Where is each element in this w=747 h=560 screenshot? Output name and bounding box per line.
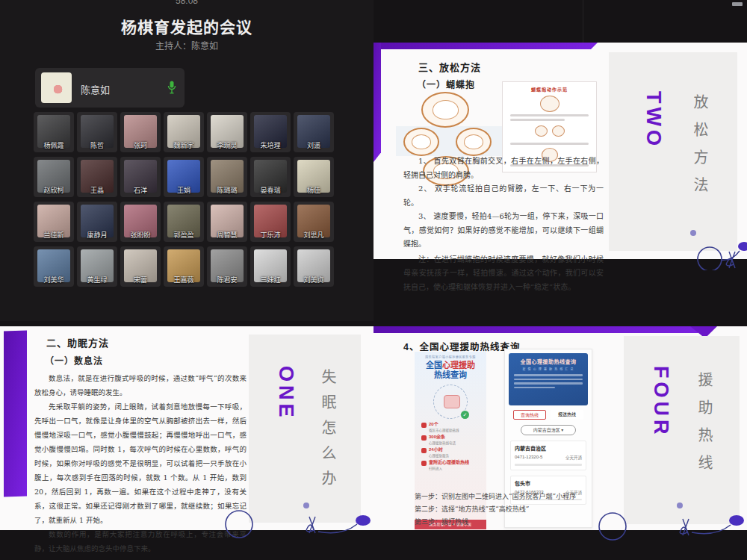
participant-tile[interactable]: 周智慧 [207,202,247,242]
hotline-step: 第一步：识别左图中二维码进入“国务院客户端”小程序 [415,491,639,503]
participant-tile[interactable]: 张珂 [120,112,161,152]
relax-side-panel: TWO 放松方法 [609,52,737,251]
poster-title: 全国心理援助 热线查询 [415,361,486,380]
participant-name: 石洋 [120,185,161,195]
participant-tile[interactable]: 魏新宇 [164,112,204,152]
relax-tab-cn: 放松方法 [689,94,711,205]
participant-tile[interactable]: 三妹红 [250,246,291,287]
butterfly-figure-icon [421,92,469,128]
sleep-subheading: （一）数息法 [45,354,103,367]
participant-name: 兰佳新 [34,230,74,240]
mic-on-icon [167,81,176,94]
participant-name: 张珂 [120,140,161,150]
sleep-paragraph: 数数的作用，是帮大家把注意力放在呼吸上，专注会带来平静，让大脑从焦虑的念头中停息… [34,527,247,556]
app-card-header-text [514,374,583,388]
relax-tab-en: TWO [642,91,665,149]
participant-name: 陈哲 [77,140,117,150]
participant-tile[interactable]: 杨佩霞 [34,112,74,152]
sleep-side-panel: ONE 失眠怎么办 [249,335,361,523]
participant-name: 周智慧 [207,230,247,240]
participant-name: 杨佩霞 [34,140,74,150]
slide-sleep: 二、助眠方法 （一）数息法 数息法，就是在进行腹式呼吸的时候，通过数“呼气”的次… [0,326,374,530]
participant-name: 魏新宇 [164,140,204,150]
participant-name: 丁乐沛 [250,230,291,240]
purple-ribbon-left [374,43,381,162]
figure-icon [535,125,548,137]
participant-tile[interactable]: 晏春瑞 [250,157,291,197]
participant-name: 陈君安 [207,275,247,284]
relax-step: 2、 双手轮流轻拍自己的臂膀，左一下、右一下为一轮。 [403,182,604,210]
purple-ribbon-top [374,326,711,333]
participant-name: 朱培理 [250,140,291,150]
host-card[interactable]: 陈意如 [35,68,185,108]
participant-tile[interactable]: 陈君安 [207,246,247,287]
participant-name: 刘美贞 [294,275,334,284]
poster-stat-row: 300余条 心理援助热线电话 [421,435,486,445]
participant-tile[interactable]: 郭盈盈 [164,202,204,242]
sleep-paragraph: 先采取平躺的姿势，闭上眼睛，试着刻意地放慢每一下呼吸，先呼出一口气，就像是让身体… [34,399,247,527]
participant-tile[interactable]: 陈璐璐 [207,157,247,197]
participant-tile[interactable]: 丁乐沛 [250,202,291,242]
host-name: 陈意如 [81,82,110,96]
hotline-tab-cn: 援助热线 [694,372,716,482]
participant-tile[interactable]: 王晶 [77,157,117,197]
participant-name: 郭盈盈 [164,230,204,240]
relax-note: 注：在进行蝴蝶抱的时候速度要慢，就好像我们小时候母亲安抚孩子一样，轻拍慢速。通过… [403,253,604,295]
hotline-button[interactable]: 报送热线 [551,410,583,420]
sleep-body-text: 数息法，就是在进行腹式呼吸的时候，通过数“呼气”的次数来放松身心，诱导睡眠的发生… [34,371,247,556]
participant-tile[interactable]: 刘美贞 [294,246,334,287]
participant-name: 刘美华 [34,275,74,284]
sleep-tab-en: ONE [274,366,297,421]
participant-name: 王娟 [164,185,204,195]
participant-tile[interactable]: 李琬灵 [207,112,247,152]
participant-name: 李琬灵 [207,140,247,150]
participant-name: 三妹红 [250,275,291,284]
relax-heading: 三、放松方法 [418,60,481,74]
qr-ring-diagram: ✓ [433,385,468,419]
instruction-card-title: 蝴蝶抱动作示范 [503,86,596,93]
participant-tile[interactable]: 刘思凡 [294,202,334,242]
participant-grid-row: 兰佳新 康静月 张盼盼 郭盈盈 周智慧 丁乐沛 [34,202,347,242]
relax-steps-text: 1、 首先双臂在胸前交叉，右手在左侧，左手在右侧，轻拥自己对侧的肩膀。2、 双手… [403,155,604,294]
hotline-button[interactable]: 查询热线 [513,410,546,420]
sleep-heading: 二、助眠方法 [46,335,109,349]
app-card-subtitle: 疫 情 心 理 援 助 热 线 汇 总 [509,367,588,371]
participant-tile[interactable]: 杨佳 [294,157,334,197]
slide-relax: 三、放松方法 （一）蝴蝶抱 蝴蝶抱动作示范 1、 首先双臂在胸前交叉，右手在左侧… [374,43,747,259]
hotline-step: 第三步：拨打热线 [415,516,639,529]
relax-step: 1、 首先双臂在胸前交叉，右手在左侧，左手在右侧，轻拥自己对侧的肩膀。 [403,155,604,182]
participant-tile[interactable]: 赵欣柯 [34,157,74,197]
participant-grid-row: 刘美华 黄生绿 宋蕾 王嘉薇 陈君安 三妹红 [34,246,347,287]
relax-subheading: （一）蝴蝶抱 [417,78,475,90]
hotline-entry[interactable]: 内蒙古自治区 0471-12320-5 全天开通 [510,441,586,470]
stat-icon [421,423,427,428]
hotline-side-panel: FOUR 援助热线 [624,336,740,524]
screen: 58:08 杨棋育发起的会议 主持人：陈意如 陈意如 [0,0,747,560]
participant-tile[interactable]: 宋蕾 [120,246,161,287]
participant-tile[interactable]: 兰佳新 [34,202,74,242]
participant-name: 康静月 [77,230,117,240]
participant-tile[interactable]: 康静月 [77,202,117,242]
participant-name: 刘思凡 [294,230,334,240]
participant-tile[interactable]: 黄生绿 [77,246,117,287]
participant-tile[interactable]: 石洋 [120,157,161,197]
participant-tile[interactable]: 刘遥 [294,112,334,152]
app-card-buttons: 查询热线报送热线 [511,410,586,420]
butterfly-figure-icon [456,128,492,156]
participant-tile[interactable]: 王娟 [164,157,204,197]
participant-tile[interactable]: 王嘉薇 [164,246,204,287]
purple-ribbon-top [374,43,598,49]
stat-icon [421,461,427,466]
hotline-tab-en: FOUR [649,366,672,438]
participant-name: 王晶 [77,185,117,195]
participant-tile[interactable]: 朱培理 [250,112,291,152]
participant-tile[interactable]: 陈哲 [77,112,117,152]
window-control-mark [732,2,743,6]
participant-tile[interactable]: 刘美华 [34,246,74,287]
participant-name: 张盼盼 [120,230,161,240]
meeting-title: 杨棋育发起的会议 [0,15,374,37]
poster-stat-row: 查附近心理援助热线 扫码进入 [421,460,486,470]
participant-tile[interactable]: 张盼盼 [120,202,161,242]
region-dropdown[interactable]: 内蒙古自治区 ▾ [521,425,576,435]
poster-top-label: 国务院客户端小程序便民服务专题 [415,355,486,359]
